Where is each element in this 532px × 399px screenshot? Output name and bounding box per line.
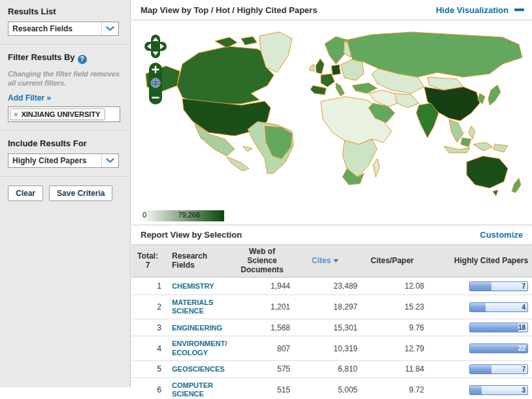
filter-input[interactable]: × XINJIANG UNIVERSITY [8, 106, 120, 122]
row-cites: 18,297 [291, 295, 359, 319]
bar-fill [470, 386, 482, 394]
region-canada-islands[interactable] [215, 37, 257, 48]
row-cites-per-paper: 9.76 [359, 319, 425, 336]
region-uk[interactable] [316, 59, 324, 74]
highly-cited-bar[interactable]: 7 [469, 281, 528, 291]
bar-value: 7 [522, 365, 525, 374]
region-philippines[interactable] [469, 126, 475, 139]
sort-descending-icon [333, 259, 339, 263]
help-icon[interactable]: ? [78, 55, 87, 64]
field-link[interactable]: COMPUTER SCIENCE [172, 381, 231, 398]
filter-chip-label: XINJIANG UNIVERSITY [21, 110, 100, 118]
region-france[interactable] [321, 74, 335, 87]
row-cites: 10,319 [291, 336, 359, 360]
row-rank: 5 [131, 360, 164, 377]
region-spain[interactable] [310, 86, 326, 95]
highly-cited-bar[interactable]: 4 [469, 302, 528, 312]
region-new-zealand[interactable] [512, 178, 521, 193]
region-indochina[interactable] [449, 120, 463, 142]
field-link[interactable]: ENVIRONMENT/ECOLOGY [172, 340, 231, 357]
column-documents: Web of Science Documents [233, 245, 291, 278]
region-europe-east[interactable] [341, 59, 364, 80]
include-results-dropdown[interactable]: Highly Cited Papers [8, 153, 119, 168]
map-header: Map View by Top / Hot / Highly Cited Pap… [131, 0, 532, 20]
region-canada[interactable] [177, 46, 274, 104]
table-row: 5 GEOSCIENCES 575 6,810 11.84 7 [131, 360, 532, 377]
filter-heading: Filter Results By [8, 52, 75, 62]
report-view-title: Report View by Selection [141, 230, 242, 240]
main-panel: Map View by Top / Hot / Highly Cited Pap… [131, 0, 532, 399]
chevron-down-icon [101, 22, 118, 35]
bar-fill [470, 365, 491, 374]
row-cites: 6,810 [291, 360, 359, 377]
clear-button[interactable]: Clear [8, 185, 43, 201]
table-row: 6 COMPUTER SCIENCE 515 5,005 9.72 3 [131, 378, 532, 399]
region-iran[interactable] [395, 93, 419, 108]
row-cites-per-paper: 9.72 [359, 378, 425, 399]
region-new-guinea[interactable] [493, 144, 508, 152]
results-list-heading: Results List [8, 7, 122, 16]
results-list-section: Results List Research Fields [0, 0, 130, 45]
world-map[interactable] [137, 28, 528, 199]
bar-fill [470, 282, 491, 291]
highly-cited-bar[interactable]: 7 [469, 364, 528, 374]
bar-value: 18 [518, 323, 525, 332]
hide-visualization-label: Hide Visualization [436, 5, 508, 15]
table-row: 4 ENVIRONMENT/ECOLOGY 807 10,319 12.79 2… [131, 336, 532, 360]
chevron-down-icon [101, 154, 118, 167]
save-criteria-button[interactable]: Save Criteria [49, 185, 112, 201]
column-cites-per-paper: Cites/Paper [359, 245, 425, 278]
field-link[interactable]: ENGINEERING [172, 324, 222, 332]
row-documents: 1,568 [233, 319, 291, 336]
region-central-america[interactable] [227, 157, 249, 171]
filter-note: Changing the filter field removes all cu… [8, 69, 122, 88]
row-documents: 807 [233, 336, 291, 360]
bar-fill [470, 303, 486, 311]
remove-filter-icon[interactable]: × [14, 110, 18, 118]
row-cites-per-paper: 11.84 [359, 360, 425, 377]
legend-max-label: 79,266 [178, 211, 200, 219]
bar-value: 22 [518, 344, 525, 353]
region-australia[interactable] [467, 156, 508, 188]
row-rank: 2 [131, 295, 164, 319]
add-filter-link[interactable]: Add Filter » [8, 93, 51, 103]
highly-cited-bar[interactable]: 3 [469, 385, 528, 395]
globe-icon [151, 78, 160, 88]
report-header: Report View by Selection Customize [131, 225, 532, 244]
column-highly-cited: Highly Cited Papers [425, 245, 532, 278]
region-madagascar[interactable] [373, 159, 380, 177]
region-india[interactable] [416, 103, 439, 138]
region-turkey[interactable] [352, 83, 377, 93]
filter-section: Filter Results By? Changing the filter f… [0, 45, 130, 131]
region-germany[interactable] [331, 65, 341, 75]
region-tasmania[interactable] [493, 190, 498, 196]
column-cites-sort[interactable]: Cites [291, 245, 359, 278]
map-legend: 0 79,266 [141, 210, 224, 221]
include-results-heading: Include Results For [8, 138, 122, 148]
region-borneo[interactable] [461, 138, 471, 147]
region-caribbean[interactable] [242, 146, 252, 152]
region-ireland[interactable] [310, 64, 314, 71]
field-link[interactable]: MATERIALS SCIENCE [172, 298, 231, 315]
customize-link[interactable]: Customize [480, 230, 523, 240]
column-total: Total:7 [131, 245, 164, 278]
field-link[interactable]: CHEMISTRY [172, 282, 214, 291]
row-rank: 1 [131, 278, 164, 295]
column-research-fields: Research Fields [164, 245, 233, 278]
map-pan-control[interactable] [144, 35, 167, 58]
highly-cited-bar[interactable]: 18 [469, 323, 528, 332]
hide-visualization-link[interactable]: Hide Visualization [436, 5, 524, 15]
results-list-dropdown[interactable]: Research Fields [8, 22, 119, 36]
map-controls [144, 35, 167, 105]
page: Results List Research Fields Filter Resu… [0, 0, 532, 399]
region-italy[interactable] [336, 83, 344, 96]
map-zoom-control[interactable] [148, 62, 163, 105]
field-link[interactable]: GEOSCIENCES [172, 365, 225, 374]
filter-chip[interactable]: × XINJIANG UNIVERSITY [10, 108, 105, 120]
bar-fill [470, 323, 518, 332]
highly-cited-bar[interactable]: 22 [469, 343, 528, 353]
region-russia[interactable] [347, 32, 522, 77]
region-japan[interactable] [488, 85, 501, 105]
row-cites-per-paper: 15.23 [359, 295, 425, 319]
table-row: 3 ENGINEERING 1,568 15,301 9.76 18 [131, 319, 532, 336]
